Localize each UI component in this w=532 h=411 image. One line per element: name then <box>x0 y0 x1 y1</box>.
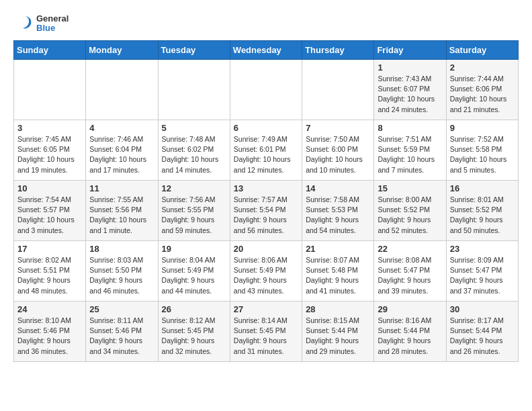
calendar-day-cell: 2Sunrise: 7:44 AM Sunset: 6:06 PM Daylig… <box>446 60 518 120</box>
logo-blue: Blue <box>36 24 69 33</box>
day-info: Sunrise: 7:46 AM Sunset: 6:04 PM Dayligh… <box>89 134 154 175</box>
calendar-day-cell: 8Sunrise: 7:51 AM Sunset: 5:59 PM Daylig… <box>374 120 446 181</box>
day-info: Sunrise: 8:06 AM Sunset: 5:49 PM Dayligh… <box>234 255 298 296</box>
header: General Blue <box>13 13 519 34</box>
day-number: 10 <box>17 183 82 193</box>
day-info: Sunrise: 7:58 AM Sunset: 5:53 PM Dayligh… <box>306 195 370 236</box>
calendar-day-cell: 16Sunrise: 8:01 AM Sunset: 5:52 PM Dayli… <box>446 181 518 241</box>
day-number: 27 <box>234 304 298 314</box>
weekday-header-monday: Monday <box>86 41 158 60</box>
calendar-day-cell: 19Sunrise: 8:04 AM Sunset: 5:49 PM Dayli… <box>158 241 230 302</box>
day-info: Sunrise: 8:04 AM Sunset: 5:49 PM Dayligh… <box>162 255 226 296</box>
day-number: 2 <box>450 62 515 73</box>
day-number: 8 <box>378 123 442 133</box>
calendar-day-cell: 22Sunrise: 8:08 AM Sunset: 5:47 PM Dayli… <box>374 241 446 302</box>
day-number: 1 <box>378 62 442 73</box>
day-number: 28 <box>306 304 370 314</box>
day-number: 25 <box>89 304 154 314</box>
calendar-day-cell: 23Sunrise: 8:09 AM Sunset: 5:47 PM Dayli… <box>446 241 518 302</box>
day-info: Sunrise: 8:08 AM Sunset: 5:47 PM Dayligh… <box>378 255 442 296</box>
day-number: 3 <box>17 123 82 133</box>
calendar-day-cell: 10Sunrise: 7:54 AM Sunset: 5:57 PM Dayli… <box>14 181 86 241</box>
day-info: Sunrise: 8:09 AM Sunset: 5:47 PM Dayligh… <box>450 255 515 296</box>
day-info: Sunrise: 8:16 AM Sunset: 5:44 PM Dayligh… <box>378 316 442 357</box>
weekday-header-saturday: Saturday <box>446 41 518 60</box>
calendar-day-cell: 3Sunrise: 7:45 AM Sunset: 6:05 PM Daylig… <box>14 120 86 181</box>
day-number: 7 <box>306 123 370 133</box>
calendar-day-cell: 28Sunrise: 8:15 AM Sunset: 5:44 PM Dayli… <box>302 302 374 362</box>
day-info: Sunrise: 8:03 AM Sunset: 5:50 PM Dayligh… <box>89 255 154 296</box>
weekday-header-row: SundayMondayTuesdayWednesdayThursdayFrid… <box>14 41 519 60</box>
weekday-header-thursday: Thursday <box>302 41 374 60</box>
calendar-week-row: 24Sunrise: 8:10 AM Sunset: 5:46 PM Dayli… <box>14 302 519 362</box>
calendar-day-cell <box>302 60 374 120</box>
calendar-day-cell: 6Sunrise: 7:49 AM Sunset: 6:01 PM Daylig… <box>230 120 302 181</box>
day-info: Sunrise: 7:45 AM Sunset: 6:05 PM Dayligh… <box>17 134 82 175</box>
calendar-day-cell: 21Sunrise: 8:07 AM Sunset: 5:48 PM Dayli… <box>302 241 374 302</box>
day-info: Sunrise: 7:43 AM Sunset: 6:07 PM Dayligh… <box>378 74 442 115</box>
day-info: Sunrise: 7:54 AM Sunset: 5:57 PM Dayligh… <box>17 195 82 236</box>
day-number: 18 <box>89 244 154 254</box>
calendar-day-cell <box>86 60 158 120</box>
calendar-day-cell: 24Sunrise: 8:10 AM Sunset: 5:46 PM Dayli… <box>14 302 86 362</box>
weekday-header-friday: Friday <box>374 41 446 60</box>
day-info: Sunrise: 7:56 AM Sunset: 5:55 PM Dayligh… <box>162 195 226 236</box>
day-info: Sunrise: 8:01 AM Sunset: 5:52 PM Dayligh… <box>450 195 515 236</box>
day-number: 13 <box>234 183 298 193</box>
calendar-week-row: 3Sunrise: 7:45 AM Sunset: 6:05 PM Daylig… <box>14 120 519 181</box>
day-info: Sunrise: 8:02 AM Sunset: 5:51 PM Dayligh… <box>17 255 82 296</box>
calendar-day-cell: 29Sunrise: 8:16 AM Sunset: 5:44 PM Dayli… <box>374 302 446 362</box>
day-info: Sunrise: 8:11 AM Sunset: 5:46 PM Dayligh… <box>89 316 154 357</box>
day-info: Sunrise: 7:57 AM Sunset: 5:54 PM Dayligh… <box>234 195 298 236</box>
day-info: Sunrise: 7:55 AM Sunset: 5:56 PM Dayligh… <box>89 195 154 236</box>
day-number: 16 <box>450 183 515 193</box>
day-info: Sunrise: 8:17 AM Sunset: 5:44 PM Dayligh… <box>450 316 515 357</box>
day-number: 26 <box>162 304 226 314</box>
day-info: Sunrise: 8:15 AM Sunset: 5:44 PM Dayligh… <box>306 316 370 357</box>
day-number: 15 <box>378 183 442 193</box>
day-number: 12 <box>162 183 226 193</box>
day-number: 9 <box>450 123 515 133</box>
day-info: Sunrise: 8:07 AM Sunset: 5:48 PM Dayligh… <box>306 255 370 296</box>
day-info: Sunrise: 7:48 AM Sunset: 6:02 PM Dayligh… <box>162 134 226 175</box>
day-info: Sunrise: 7:51 AM Sunset: 5:59 PM Dayligh… <box>378 134 442 175</box>
day-number: 29 <box>378 304 442 314</box>
day-info: Sunrise: 7:44 AM Sunset: 6:06 PM Dayligh… <box>450 74 515 115</box>
day-number: 24 <box>17 304 82 314</box>
day-info: Sunrise: 7:49 AM Sunset: 6:01 PM Dayligh… <box>234 134 298 175</box>
calendar-day-cell: 11Sunrise: 7:55 AM Sunset: 5:56 PM Dayli… <box>86 181 158 241</box>
day-info: Sunrise: 7:50 AM Sunset: 6:00 PM Dayligh… <box>306 134 370 175</box>
calendar-day-cell: 30Sunrise: 8:17 AM Sunset: 5:44 PM Dayli… <box>446 302 518 362</box>
calendar-day-cell <box>158 60 230 120</box>
calendar-day-cell: 15Sunrise: 8:00 AM Sunset: 5:52 PM Dayli… <box>374 181 446 241</box>
day-number: 5 <box>162 123 226 133</box>
logo-general: General <box>36 14 69 24</box>
day-number: 30 <box>450 304 515 314</box>
calendar-day-cell: 26Sunrise: 8:12 AM Sunset: 5:45 PM Dayli… <box>158 302 230 362</box>
weekday-header-wednesday: Wednesday <box>230 41 302 60</box>
calendar-day-cell <box>230 60 302 120</box>
calendar-day-cell: 9Sunrise: 7:52 AM Sunset: 5:58 PM Daylig… <box>446 120 518 181</box>
calendar-day-cell: 12Sunrise: 7:56 AM Sunset: 5:55 PM Dayli… <box>158 181 230 241</box>
day-number: 23 <box>450 244 515 254</box>
calendar-day-cell: 17Sunrise: 8:02 AM Sunset: 5:51 PM Dayli… <box>14 241 86 302</box>
calendar-week-row: 17Sunrise: 8:02 AM Sunset: 5:51 PM Dayli… <box>14 241 519 302</box>
calendar-week-row: 10Sunrise: 7:54 AM Sunset: 5:57 PM Dayli… <box>14 181 519 241</box>
calendar-day-cell: 1Sunrise: 7:43 AM Sunset: 6:07 PM Daylig… <box>374 60 446 120</box>
logo-bird-icon <box>13 13 34 34</box>
calendar-week-row: 1Sunrise: 7:43 AM Sunset: 6:07 PM Daylig… <box>14 60 519 120</box>
day-info: Sunrise: 8:00 AM Sunset: 5:52 PM Dayligh… <box>378 195 442 236</box>
calendar-table: SundayMondayTuesdayWednesdayThursdayFrid… <box>13 40 519 362</box>
day-info: Sunrise: 8:14 AM Sunset: 5:45 PM Dayligh… <box>234 316 298 357</box>
day-number: 21 <box>306 244 370 254</box>
calendar-day-cell: 20Sunrise: 8:06 AM Sunset: 5:49 PM Dayli… <box>230 241 302 302</box>
day-number: 19 <box>162 244 226 254</box>
calendar-day-cell: 7Sunrise: 7:50 AM Sunset: 6:00 PM Daylig… <box>302 120 374 181</box>
day-info: Sunrise: 7:52 AM Sunset: 5:58 PM Dayligh… <box>450 134 515 175</box>
day-info: Sunrise: 8:12 AM Sunset: 5:45 PM Dayligh… <box>162 316 226 357</box>
calendar-day-cell: 18Sunrise: 8:03 AM Sunset: 5:50 PM Dayli… <box>86 241 158 302</box>
weekday-header-tuesday: Tuesday <box>158 41 230 60</box>
day-number: 20 <box>234 244 298 254</box>
calendar-day-cell: 5Sunrise: 7:48 AM Sunset: 6:02 PM Daylig… <box>158 120 230 181</box>
day-number: 14 <box>306 183 370 193</box>
